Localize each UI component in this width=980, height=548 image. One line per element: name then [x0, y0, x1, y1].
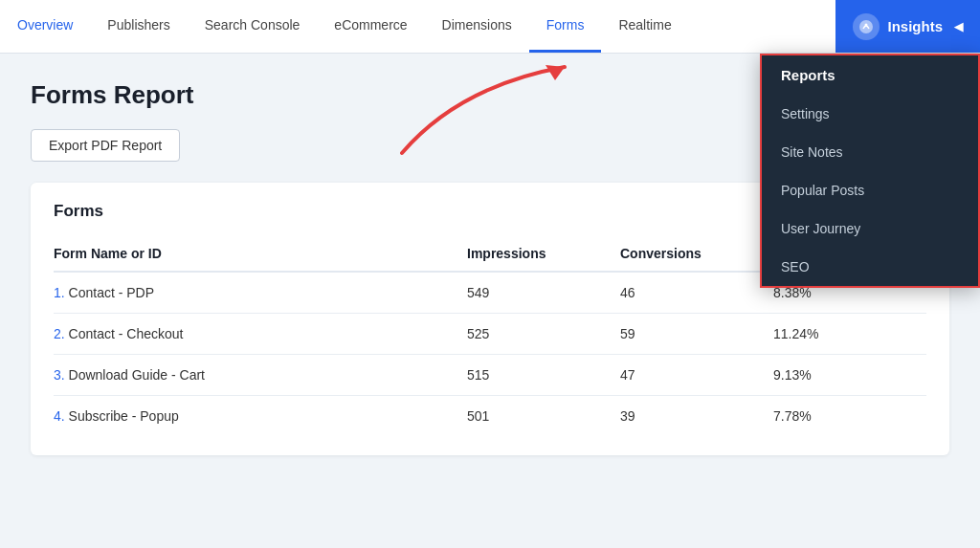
- row-rate: 11.24%: [773, 314, 926, 355]
- row-number: 4.: [54, 408, 65, 424]
- svg-point-0: [859, 20, 873, 33]
- dropdown-seo[interactable]: SEO: [762, 248, 978, 286]
- nav-publishers[interactable]: Publishers: [90, 0, 187, 53]
- insights-button[interactable]: Insights ◀: [835, 0, 980, 53]
- row-name: Contact - Checkout: [69, 326, 184, 341]
- table-row: 4. Subscribe - Popup 501 39 7.78%: [54, 396, 926, 437]
- insights-chevron: ◀: [954, 20, 963, 33]
- row-impressions: 515: [467, 355, 620, 396]
- table-row: 2. Contact - Checkout 525 59 11.24%: [54, 314, 926, 355]
- insights-icon: [853, 13, 880, 40]
- nav-overview[interactable]: Overview: [0, 0, 90, 53]
- row-name: Download Guide - Cart: [69, 367, 205, 383]
- dropdown-user-journey[interactable]: User Journey: [762, 209, 978, 248]
- insights-dropdown: Reports Settings Site Notes Popular Post…: [760, 54, 980, 288]
- row-conversions: 39: [620, 396, 773, 437]
- row-impressions: 549: [467, 272, 620, 314]
- row-name: Contact - PDP: [69, 285, 154, 300]
- row-number: 1.: [54, 285, 65, 300]
- dropdown-reports[interactable]: Reports: [762, 55, 978, 95]
- row-impressions: 525: [467, 314, 620, 355]
- col-header-conversions: Conversions: [620, 236, 773, 272]
- col-header-name: Form Name or ID: [54, 236, 467, 272]
- insights-label: Insights: [887, 18, 943, 34]
- nav-search-console[interactable]: Search Console: [188, 0, 318, 53]
- row-conversions: 59: [620, 314, 773, 355]
- dropdown-settings[interactable]: Settings: [762, 95, 978, 133]
- table-row: 3. Download Guide - Cart 515 47 9.13%: [54, 355, 926, 396]
- nav-realtime[interactable]: Realtime: [601, 0, 688, 53]
- row-rate: 9.13%: [773, 355, 926, 396]
- row-conversions: 46: [620, 272, 773, 314]
- row-rate: 7.78%: [773, 396, 926, 437]
- svg-point-1: [865, 23, 868, 26]
- dropdown-popular-posts[interactable]: Popular Posts: [762, 171, 978, 209]
- export-pdf-button[interactable]: Export PDF Report: [31, 129, 180, 162]
- col-header-impressions: Impressions: [467, 236, 620, 272]
- nav-forms[interactable]: Forms: [529, 0, 602, 53]
- dropdown-site-notes[interactable]: Site Notes: [762, 133, 978, 171]
- row-impressions: 501: [467, 396, 620, 437]
- nav-dimensions[interactable]: Dimensions: [425, 0, 529, 53]
- nav-ecommerce[interactable]: eCommerce: [317, 0, 424, 53]
- row-conversions: 47: [620, 355, 773, 396]
- row-number: 2.: [54, 326, 65, 341]
- row-name: Subscribe - Popup: [69, 408, 179, 424]
- top-nav: Overview Publishers Search Console eComm…: [0, 0, 980, 54]
- row-number: 3.: [54, 367, 65, 383]
